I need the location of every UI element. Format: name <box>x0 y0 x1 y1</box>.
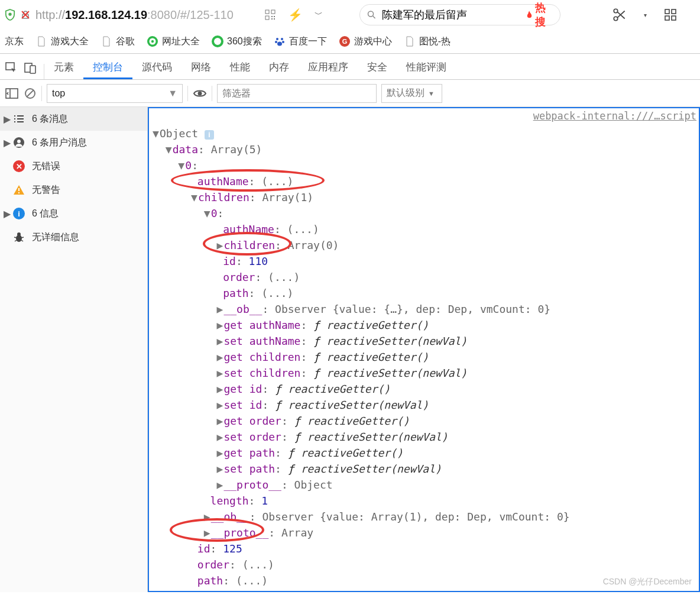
url-protocol: http:// <box>35 8 65 22</box>
sidebar-item-warnings[interactable]: 无警告 <box>0 178 147 202</box>
page-icon <box>101 35 112 47</box>
sidebar-item-errors[interactable]: ✕无错误 <box>0 154 147 178</box>
svg-rect-8 <box>274 16 275 17</box>
svg-point-47 <box>17 140 21 143</box>
svg-point-39 <box>198 91 202 95</box>
url-text[interactable]: http://192.168.124.19:8080/#/125-110 <box>35 8 234 22</box>
expand-icon: ▶ <box>4 114 9 125</box>
tab-security[interactable]: 安全 <box>358 56 397 79</box>
hot-search-badge[interactable]: 热搜 <box>525 1 553 29</box>
sidebar-item-info[interactable]: ▶i6 信息 <box>0 202 147 225</box>
tab-application[interactable]: 应用程序 <box>299 56 358 79</box>
lightning-icon[interactable]: ⚡ <box>284 8 306 22</box>
sidebar-item-user-messages[interactable]: ▶6 条用户消息 <box>0 131 147 154</box>
paw-icon <box>274 35 286 47</box>
svg-point-25 <box>276 38 278 40</box>
dropdown-triangle-icon: ▼ <box>428 90 435 97</box>
url-port: :8080 <box>147 8 177 22</box>
error-icon: ✕ <box>13 160 25 172</box>
log-level-selector[interactable]: 默认级别▼ <box>381 84 442 103</box>
svg-point-23 <box>151 40 154 43</box>
svg-text:G: G <box>342 38 347 45</box>
context-selector[interactable]: top▼ <box>47 84 183 103</box>
svg-rect-4 <box>265 10 269 14</box>
svg-point-26 <box>281 38 283 40</box>
chevron-down-icon[interactable]: ﹀ <box>311 9 326 20</box>
url-path: /#/125-110 <box>177 8 234 22</box>
sidebar-item-messages[interactable]: ▶6 条消息 <box>0 107 147 131</box>
search-box[interactable]: 热搜 <box>359 4 560 25</box>
console-filter-bar: top▼ 默认级别▼ <box>0 80 700 107</box>
svg-point-27 <box>275 41 277 43</box>
scissors-icon[interactable] <box>608 7 631 22</box>
devtools-panel: 元素 控制台 源代码 网络 性能 内存 应用程序 安全 性能评测 top▼ 默认… <box>0 53 700 592</box>
svg-rect-6 <box>265 16 269 20</box>
svg-rect-19 <box>665 16 669 20</box>
dropdown-triangle-icon: ▼ <box>168 88 177 99</box>
live-expression-icon[interactable] <box>193 88 207 99</box>
svg-line-16 <box>617 11 624 18</box>
bookmark-item[interactable]: 360搜索 <box>209 34 264 49</box>
svg-line-52 <box>14 237 17 238</box>
svg-rect-7 <box>271 16 273 17</box>
console-sidebar: ▶6 条消息 ▶6 条用户消息 ✕无错误 无警告 ▶i6 信息 无详细信息 <box>0 107 148 592</box>
page-icon <box>35 35 47 47</box>
bookmark-item[interactable]: 百度一下 <box>271 34 329 49</box>
tab-elements[interactable]: 元素 <box>44 56 83 79</box>
svg-point-29 <box>277 42 282 46</box>
svg-rect-20 <box>672 16 676 20</box>
tab-network[interactable]: 网络 <box>182 56 221 79</box>
svg-rect-5 <box>271 10 275 14</box>
svg-line-53 <box>21 237 24 238</box>
lock-insecure-icon[interactable] <box>20 9 31 20</box>
bookmark-item[interactable]: 图悦-热 <box>401 34 453 49</box>
qr-icon[interactable] <box>261 9 280 21</box>
source-link[interactable]: webpack-internal:///…script <box>149 108 699 124</box>
browser-address-bar: http://192.168.124.19:8080/#/125-110 ⚡ ﹀… <box>0 0 700 30</box>
svg-rect-18 <box>672 9 676 14</box>
tab-sources[interactable]: 源代码 <box>132 56 182 79</box>
console-output[interactable]: webpack-internal:///…script ▼Object i ▼d… <box>148 107 700 592</box>
tab-memory[interactable]: 内存 <box>260 56 299 79</box>
svg-rect-10 <box>274 18 275 20</box>
expand-icon: ▶ <box>4 137 9 148</box>
list-icon <box>13 113 25 125</box>
svg-point-28 <box>282 41 284 43</box>
tab-console[interactable]: 控制台 <box>83 56 132 79</box>
svg-rect-34 <box>30 66 35 73</box>
svg-line-15 <box>617 12 624 18</box>
svg-point-24 <box>213 37 222 46</box>
inspect-element-icon[interactable] <box>5 62 18 75</box>
tab-audits[interactable]: 性能评测 <box>397 56 456 79</box>
circle-icon <box>212 35 223 47</box>
bookmark-item[interactable]: 京东 <box>2 34 26 49</box>
bookmark-item[interactable]: 网址大全 <box>144 34 202 49</box>
svg-point-11 <box>368 11 373 17</box>
toggle-sidebar-icon[interactable] <box>5 87 19 100</box>
tab-performance[interactable]: 性能 <box>221 56 260 79</box>
clear-console-icon[interactable] <box>24 87 37 100</box>
svg-line-12 <box>373 16 375 18</box>
bookmark-item[interactable]: 谷歌 <box>98 34 137 49</box>
svg-line-55 <box>21 240 23 241</box>
compass-icon <box>147 35 158 47</box>
apps-grid-icon[interactable] <box>660 8 681 22</box>
search-icon <box>367 9 376 20</box>
svg-line-54 <box>15 240 17 241</box>
expand-icon: ▶ <box>4 208 9 219</box>
page-icon <box>404 35 416 47</box>
warning-icon <box>13 184 25 196</box>
bookmark-item[interactable]: G游戏中心 <box>336 34 394 49</box>
sidebar-item-verbose[interactable]: 无详细信息 <box>0 225 147 249</box>
svg-rect-49 <box>18 192 20 193</box>
url-host: 192.168.124.19 <box>65 8 147 22</box>
g-icon: G <box>339 35 351 47</box>
search-input[interactable] <box>381 8 520 22</box>
bookmarks-bar: 京东 游戏大全 谷歌 网址大全 360搜索 百度一下 G游戏中心 图悦-热 <box>0 30 700 53</box>
shield-icon[interactable] <box>5 9 15 21</box>
scissors-dropdown-icon[interactable]: ▾ <box>640 12 650 18</box>
filter-input[interactable] <box>217 84 377 103</box>
svg-rect-48 <box>18 188 20 191</box>
device-toggle-icon[interactable] <box>24 62 37 75</box>
bookmark-item[interactable]: 游戏大全 <box>33 34 91 49</box>
